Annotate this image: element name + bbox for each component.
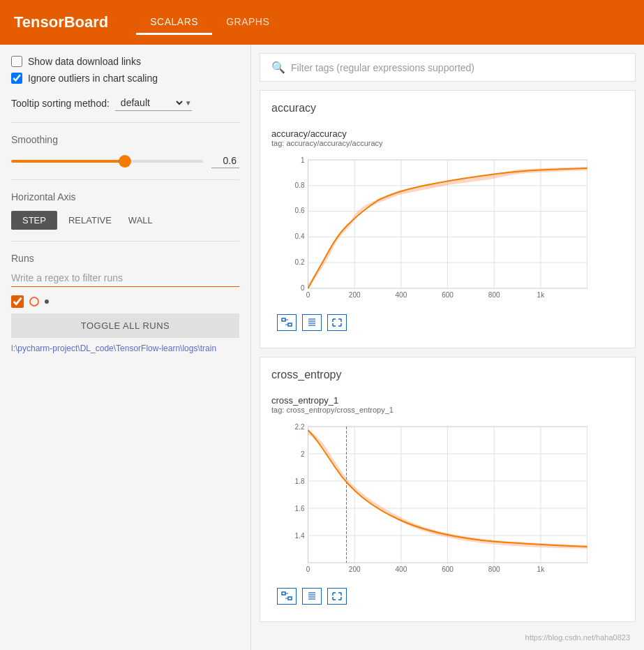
cross-entropy-data-download-button[interactable] bbox=[302, 588, 322, 605]
svg-text:1.8: 1.8 bbox=[295, 478, 305, 485]
accuracy-chart-svg: 1 0.8 0.6 0.4 0.2 0 0 200 400 600 800 bbox=[271, 153, 624, 306]
nav-graphs[interactable]: GRAPHS bbox=[212, 10, 283, 35]
watermark: https://blog.csdn.net/haha0823 bbox=[260, 630, 636, 644]
download-icon-2 bbox=[306, 591, 317, 601]
svg-rect-59 bbox=[288, 597, 292, 600]
svg-text:400: 400 bbox=[396, 291, 407, 299]
divider-2 bbox=[11, 179, 239, 180]
run-row bbox=[11, 295, 239, 308]
accuracy-data-download-button[interactable] bbox=[302, 314, 322, 331]
layout: Show data download links Ignore outliers… bbox=[0, 45, 644, 650]
cross-entropy-zoom-fit-button[interactable] bbox=[277, 588, 297, 605]
svg-rect-25 bbox=[282, 318, 285, 321]
tooltip-row: Tooltip sorting method: default ascendin… bbox=[11, 95, 239, 111]
download-section: Show data download links Ignore outliers… bbox=[11, 56, 239, 84]
svg-text:600: 600 bbox=[442, 291, 454, 299]
runs-title: Runs bbox=[11, 253, 239, 264]
svg-text:0.6: 0.6 bbox=[295, 207, 305, 214]
select-arrow-icon: ▼ bbox=[185, 99, 192, 107]
svg-text:800: 800 bbox=[488, 566, 500, 573]
run-path: l:\pycharm-project\DL_code\TensorFlow-le… bbox=[11, 344, 239, 353]
run-dot-icon bbox=[45, 300, 49, 304]
search-icon: 🔍 bbox=[271, 61, 285, 74]
smoothing-section: Smoothing 0.6 bbox=[11, 134, 239, 168]
axis-step-button[interactable]: STEP bbox=[11, 211, 57, 230]
cross-entropy-chart-tag: tag: cross_entropy/cross_entropy_1 bbox=[271, 406, 624, 414]
smoothing-slider[interactable] bbox=[11, 160, 203, 163]
smoothing-row: 0.6 bbox=[11, 154, 239, 168]
cross-entropy-chart-title: cross_entropy_1 bbox=[271, 395, 624, 406]
svg-text:400: 400 bbox=[396, 566, 407, 573]
expand-icon-2 bbox=[331, 591, 343, 601]
svg-text:1k: 1k bbox=[537, 566, 546, 573]
runs-section: Runs TOGGLE ALL RUNS l:\pycharm-project\… bbox=[11, 253, 239, 353]
accuracy-zoom-button[interactable] bbox=[327, 314, 347, 331]
svg-text:1: 1 bbox=[301, 156, 305, 164]
accuracy-chart-container: 1 0.8 0.6 0.4 0.2 0 0 200 400 600 800 bbox=[271, 153, 624, 309]
runs-filter-input[interactable] bbox=[11, 269, 239, 287]
accuracy-zoom-fit-button[interactable] bbox=[277, 314, 297, 331]
svg-text:0.2: 0.2 bbox=[295, 258, 305, 266]
svg-rect-26 bbox=[288, 323, 292, 326]
smoothing-label: Smoothing bbox=[11, 134, 239, 145]
cross-entropy-section-title: cross_entropy bbox=[271, 369, 624, 381]
horizontal-axis-section: Horizontal Axis STEP RELATIVE WALL bbox=[11, 191, 239, 230]
svg-text:0.4: 0.4 bbox=[295, 232, 305, 240]
divider-3 bbox=[11, 241, 239, 242]
svg-text:200: 200 bbox=[349, 566, 361, 573]
cross-entropy-chart-container: 2.2 2 1.8 1.6 1.4 0 200 400 600 800 1k bbox=[271, 420, 624, 582]
svg-text:1.4: 1.4 bbox=[295, 532, 305, 540]
horizontal-axis-label: Horizontal Axis bbox=[11, 191, 239, 202]
download-icon bbox=[306, 318, 317, 327]
run-circle-icon bbox=[29, 297, 39, 306]
cross-entropy-chart-card: cross_entropy_1 tag: cross_entropy/cross… bbox=[271, 390, 624, 610]
svg-text:0.8: 0.8 bbox=[295, 182, 305, 189]
filter-tags-input[interactable] bbox=[291, 62, 624, 73]
zoom-fit-icon-2 bbox=[281, 591, 292, 601]
svg-text:200: 200 bbox=[349, 291, 361, 299]
accuracy-chart-tag: tag: accuracy/accuracy/accuracy bbox=[271, 139, 624, 147]
accuracy-section-title: accuracy bbox=[271, 102, 624, 115]
sidebar: Show data download links Ignore outliers… bbox=[0, 45, 251, 650]
svg-text:600: 600 bbox=[442, 566, 454, 573]
accuracy-section: accuracy accuracy/accuracy tag: accuracy… bbox=[260, 90, 636, 348]
axis-buttons: STEP RELATIVE WALL bbox=[11, 211, 239, 230]
ignore-outliers-row[interactable]: Ignore outliers in chart scaling bbox=[11, 73, 239, 84]
nav-scalars[interactable]: SCALARS bbox=[136, 10, 212, 35]
tooltip-select-wrapper: default ascending descending nearest ▼ bbox=[115, 95, 192, 111]
ignore-outliers-checkbox[interactable] bbox=[11, 73, 22, 84]
svg-text:800: 800 bbox=[488, 291, 500, 299]
run-checkbox[interactable] bbox=[11, 295, 24, 308]
svg-text:0: 0 bbox=[306, 566, 310, 573]
svg-text:2: 2 bbox=[301, 450, 305, 458]
axis-wall-button[interactable]: WALL bbox=[123, 211, 158, 230]
header-nav: SCALARS GRAPHS bbox=[136, 10, 283, 35]
cross-entropy-zoom-button[interactable] bbox=[327, 588, 347, 605]
svg-rect-58 bbox=[282, 592, 285, 595]
filter-bar: 🔍 bbox=[260, 53, 636, 82]
svg-text:0: 0 bbox=[306, 291, 310, 299]
expand-icon bbox=[331, 318, 343, 327]
main-content: 🔍 accuracy accuracy/accuracy tag: accura… bbox=[251, 45, 644, 650]
tooltip-select[interactable]: default ascending descending nearest bbox=[115, 95, 185, 110]
zoom-fit-icon bbox=[281, 318, 292, 327]
logo: TensorBoard bbox=[14, 13, 108, 31]
svg-text:0: 0 bbox=[301, 284, 305, 292]
accuracy-chart-card: accuracy/accuracy tag: accuracy/accuracy… bbox=[271, 123, 624, 337]
ignore-outliers-label: Ignore outliers in chart scaling bbox=[28, 73, 158, 84]
svg-text:1.6: 1.6 bbox=[295, 505, 305, 512]
header: TensorBoard SCALARS GRAPHS bbox=[0, 0, 644, 45]
cross-entropy-chart-toolbar bbox=[271, 588, 624, 605]
tooltip-label: Tooltip sorting method: bbox=[11, 98, 110, 109]
cross-entropy-chart-svg: 2.2 2 1.8 1.6 1.4 0 200 400 600 800 1k bbox=[271, 420, 624, 580]
show-download-label: Show data download links bbox=[28, 56, 141, 67]
show-download-row[interactable]: Show data download links bbox=[11, 56, 239, 67]
divider-1 bbox=[11, 122, 239, 123]
cross-entropy-section: cross_entropy cross_entropy_1 tag: cross… bbox=[260, 357, 636, 622]
axis-relative-button[interactable]: RELATIVE bbox=[63, 211, 117, 230]
svg-text:2.2: 2.2 bbox=[295, 423, 305, 431]
svg-text:1k: 1k bbox=[537, 291, 546, 299]
toggle-all-runs-button[interactable]: TOGGLE ALL RUNS bbox=[11, 313, 239, 338]
accuracy-chart-toolbar bbox=[271, 314, 624, 331]
show-download-checkbox[interactable] bbox=[11, 56, 22, 67]
